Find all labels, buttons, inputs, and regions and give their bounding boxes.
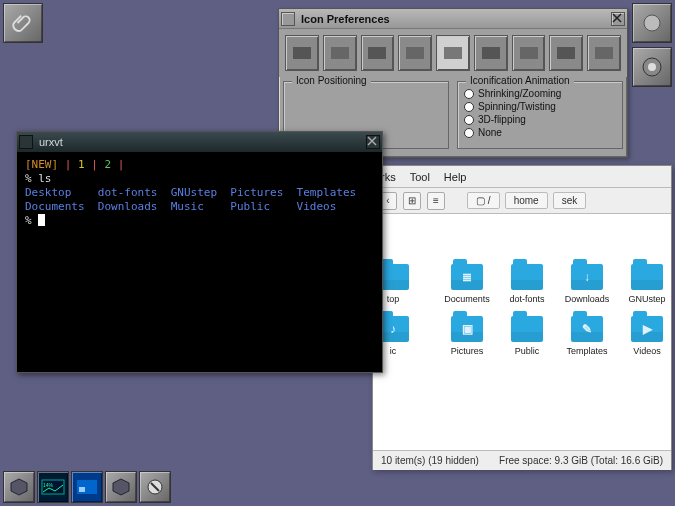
folder-icon (511, 316, 543, 342)
prefs-icon (145, 477, 165, 497)
folder-icon: ≣ (451, 264, 483, 290)
clip-dock-icon[interactable] (3, 3, 43, 43)
fm-view[interactable]: top ≣Documents dot-fonts ↓Downloads GNUs… (373, 214, 671, 450)
gnustep-icon (640, 55, 664, 79)
dock-item-0[interactable] (3, 471, 35, 503)
prefs-toolbar (279, 29, 627, 77)
close-icon (612, 13, 622, 23)
folder-icon (511, 264, 543, 290)
grid-icon: ⊞ (408, 195, 416, 206)
cube-icon (9, 477, 29, 497)
anim-option-3[interactable]: None (464, 127, 616, 138)
dock-top-2[interactable] (632, 47, 672, 87)
radio-icon (464, 115, 474, 125)
prompt: % (25, 172, 32, 185)
titlebar[interactable]: Icon Preferences (279, 9, 627, 29)
terminal-body[interactable]: [NEW] | 1 | 2 | % ls Desktop dot-fonts G… (17, 152, 382, 234)
cmd: ls (38, 172, 51, 185)
path-segment-home[interactable]: home (505, 192, 548, 209)
chevron-left-icon: ‹ (386, 195, 389, 206)
drive-icon: ▢ (476, 195, 485, 206)
dock-item-4[interactable] (139, 471, 171, 503)
status-left: 10 item(s) (19 hidden) (381, 455, 479, 466)
prefs-tool-3[interactable] (398, 35, 432, 71)
folder-item[interactable]: ↓Downloads (559, 264, 615, 304)
folder-icon: ▣ (451, 316, 483, 342)
group-label: Iconification Animation (466, 75, 574, 86)
view-list-button[interactable]: ≡ (427, 192, 445, 210)
dock-item-3[interactable] (105, 471, 137, 503)
view-icons-button[interactable]: ⊞ (403, 192, 421, 210)
menu-item[interactable]: Tool (410, 171, 430, 183)
prefs-tool-2[interactable] (361, 35, 395, 71)
folder-icon: ↓ (571, 264, 603, 290)
dock-item-2[interactable] (71, 471, 103, 503)
close-icon (367, 136, 377, 146)
dock-item-1[interactable]: 14% (37, 471, 69, 503)
titlebar[interactable]: urxvt (17, 132, 382, 152)
cube-icon (111, 477, 131, 497)
prefs-tool-0[interactable] (285, 35, 319, 71)
fm-grid: top ≣Documents dot-fonts ↓Downloads GNUs… (373, 214, 671, 366)
svg-marker-8 (113, 479, 129, 495)
close-button[interactable] (611, 12, 625, 26)
folder-icon: ✎ (571, 316, 603, 342)
path-segment-sek[interactable]: sek (553, 192, 587, 209)
folder-item[interactable]: Public (499, 316, 555, 356)
miniaturize-button[interactable] (281, 12, 295, 26)
svg-rect-7 (79, 487, 85, 492)
prefs-tool-1[interactable] (323, 35, 357, 71)
fm-statusbar: 10 item(s) (19 hidden) Free space: 9.3 G… (373, 450, 671, 470)
prefs-tool-5[interactable] (474, 35, 508, 71)
list-icon: ≡ (433, 195, 439, 206)
miniaturize-button[interactable] (19, 135, 33, 149)
planet-icon (640, 11, 664, 35)
window-title: Icon Preferences (299, 13, 607, 25)
folder-icon: ▶ (631, 316, 663, 342)
cursor (38, 214, 45, 226)
svg-point-2 (648, 63, 656, 71)
prompt: % (25, 214, 32, 227)
prefs-tool-8[interactable] (587, 35, 621, 71)
radio-icon (464, 89, 474, 99)
svg-point-0 (644, 15, 660, 31)
status-right: Free space: 9.3 GiB (Total: 16.6 GiB) (499, 455, 663, 466)
close-button[interactable] (366, 135, 380, 149)
term-new-tag: [NEW] (25, 158, 58, 171)
folder-item[interactable]: ≣Documents (439, 264, 495, 304)
window-title: urxvt (37, 136, 362, 148)
path-root[interactable]: ▢ / (467, 192, 500, 209)
dock-top-1[interactable] (632, 3, 672, 43)
folder-item[interactable]: ✎Templates (559, 316, 615, 356)
folder-item[interactable]: GNUstep (619, 264, 671, 304)
prefs-tool-4[interactable] (436, 35, 470, 71)
fm-toolbar: ‹ ⊞ ≡ ▢ / home sek (373, 188, 671, 214)
path-bar: ▢ / home sek (465, 192, 586, 209)
menu-item[interactable]: Help (444, 171, 467, 183)
group-label: Icon Positioning (292, 75, 371, 86)
terminal-window[interactable]: urxvt [NEW] | 1 | 2 | % ls Desktop dot-f… (16, 131, 383, 373)
svg-marker-3 (11, 479, 27, 495)
prefs-tool-7[interactable] (549, 35, 583, 71)
paperclip-icon (12, 12, 34, 34)
folder-item[interactable]: ▣Pictures (439, 316, 495, 356)
iconification-animation-group: Iconification Animation Shrinking/Zoomin… (457, 81, 623, 149)
anim-option-0[interactable]: Shrinking/Zooming (464, 88, 616, 99)
radio-icon (464, 102, 474, 112)
anim-option-2[interactable]: 3D-flipping (464, 114, 616, 125)
bottom-dock: 14% (3, 471, 171, 503)
folder-icon (631, 264, 663, 290)
monitor-icon: 14% (41, 479, 65, 495)
anim-option-1[interactable]: Spinning/Twisting (464, 101, 616, 112)
folder-item[interactable]: ▶Videos (619, 316, 671, 356)
pager-icon (77, 480, 97, 494)
menu-item[interactable]: rks (381, 171, 396, 183)
radio-icon (464, 128, 474, 138)
svg-text:14%: 14% (43, 482, 54, 488)
prefs-tool-6[interactable] (512, 35, 546, 71)
folder-item[interactable]: dot-fonts (499, 264, 555, 304)
file-manager-window[interactable]: rks Tool Help ‹ ⊞ ≡ ▢ / home sek top ≣Do… (372, 165, 672, 470)
fm-menubar: rks Tool Help (373, 166, 671, 188)
